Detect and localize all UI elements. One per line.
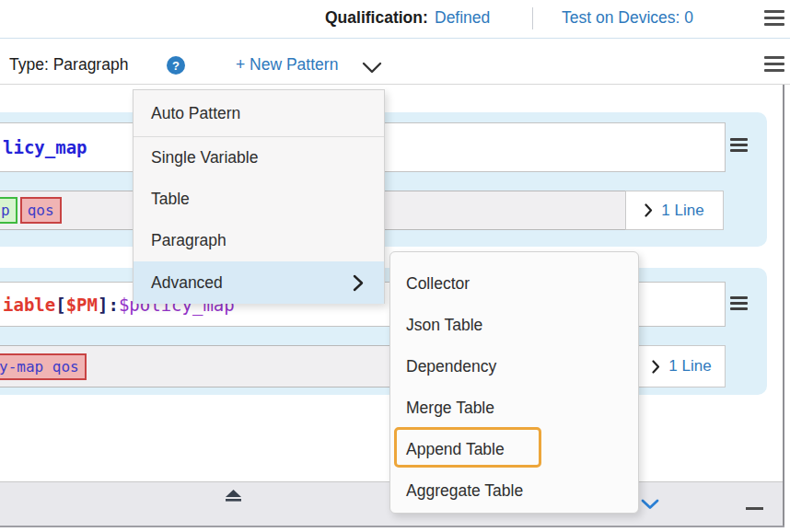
menu-item-label: Paragraph	[151, 231, 227, 250]
submenu-item-label: Dependency	[406, 357, 496, 376]
qualification-value-link[interactable]: Defined	[435, 8, 490, 28]
menu-item-label: Single Variable	[151, 148, 258, 168]
collapse-panel-icon[interactable]	[224, 489, 243, 506]
expand-lines-button-2[interactable]: 1 Line	[638, 345, 726, 387]
submenu-arrow-icon	[353, 274, 364, 292]
submenu-item-label: Merge Table	[406, 399, 494, 418]
submenu-item-dependency[interactable]: Dependency	[390, 346, 638, 387]
chevron-right-icon	[652, 360, 660, 374]
code-segment: $PM	[66, 295, 98, 315]
chevron-down-icon[interactable]	[362, 61, 382, 77]
chevron-right-icon	[645, 203, 653, 217]
expand-lines-button-1[interactable]: 1 Line	[625, 191, 724, 230]
menu-item-label: Advanced	[151, 273, 223, 293]
menu-item-advanced[interactable]: Advanced	[134, 261, 384, 304]
submenu-item-aggregate-table[interactable]: Aggregate Table	[390, 470, 638, 512]
matched-token: qos	[20, 197, 62, 224]
submenu-item-label: Collector	[406, 274, 470, 294]
matched-token: p	[0, 197, 17, 224]
header-bar: Qualification: Defined Test on Devices: …	[0, 0, 790, 39]
line-count-label: 1 Line	[668, 357, 711, 376]
panel-bottom-border	[0, 526, 784, 527]
menu-item-auto-pattern[interactable]: Auto Pattern	[134, 90, 384, 137]
new-pattern-button[interactable]: + New Pattern	[236, 55, 338, 75]
header-hamburger-icon[interactable]	[764, 10, 784, 26]
menu-item-label: Auto Pattern	[151, 104, 240, 123]
menu-item-single-variable[interactable]: Single Variable	[134, 137, 384, 179]
submenu-item-label: Aggregate Table	[406, 481, 523, 501]
submenu-item-append-table[interactable]: Append Table	[390, 429, 638, 470]
menu-item-table[interactable]: Table	[134, 179, 384, 220]
chevron-down-blue-icon[interactable]	[641, 497, 659, 514]
matched-token: y-map qos	[0, 353, 87, 380]
pattern-2-hamburger-icon[interactable]	[730, 296, 748, 310]
advanced-submenu: Collector Json Table Dependency Merge Ta…	[389, 251, 639, 514]
pattern-editor-screen: Qualification: Defined Test on Devices: …	[0, 0, 790, 532]
type-label: Type: Paragraph	[9, 55, 128, 75]
submenu-item-json-table[interactable]: Json Table	[390, 305, 638, 346]
code-segment: iable	[3, 295, 55, 315]
panel-right-border	[783, 85, 784, 526]
line-count-label: 1 Line	[661, 202, 703, 220]
submenu-item-label: Append Table	[406, 440, 505, 459]
menu-item-label: Table	[151, 190, 190, 209]
code-segment: ]:	[98, 295, 119, 315]
code-segment: [	[55, 295, 65, 315]
minimize-icon[interactable]	[746, 507, 763, 510]
submenu-item-merge-table[interactable]: Merge Table	[390, 387, 638, 429]
pattern-1-hamburger-icon[interactable]	[730, 138, 748, 152]
submenu-item-collector[interactable]: Collector	[390, 263, 638, 305]
pattern-toolbar: Type: Paragraph ? + New Pattern	[0, 39, 790, 85]
pattern-text-1: licy_map	[3, 137, 87, 157]
test-on-devices-link[interactable]: Test on Devices: 0	[562, 8, 693, 28]
header-divider	[532, 7, 533, 29]
toolbar-hamburger-icon[interactable]	[764, 56, 784, 72]
menu-item-paragraph[interactable]: Paragraph	[134, 220, 384, 261]
new-pattern-menu: Auto Pattern Single Variable Table Parag…	[133, 89, 385, 304]
help-icon[interactable]: ?	[167, 56, 185, 75]
qualification-label: Qualification:	[325, 8, 428, 28]
submenu-item-label: Json Table	[406, 316, 482, 335]
